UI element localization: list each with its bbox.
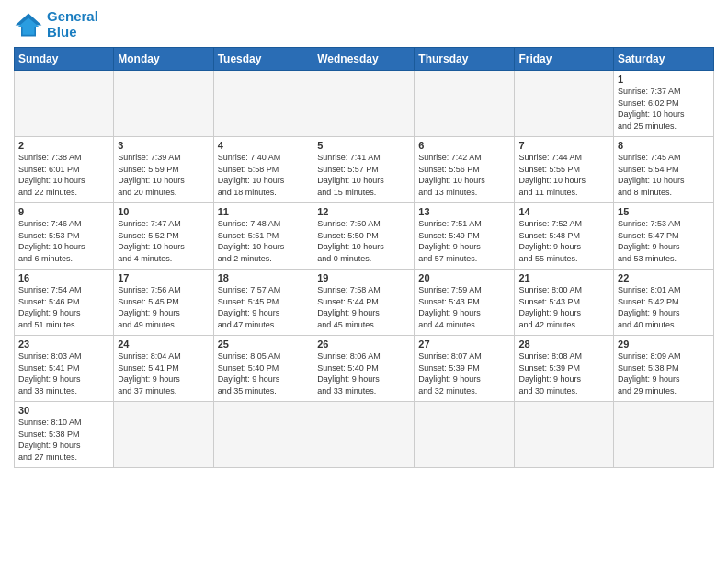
day-number: 26 <box>317 339 410 350</box>
table-row: 11Sunrise: 7:48 AM Sunset: 5:51 PM Dayli… <box>213 203 313 270</box>
logo: General Blue <box>14 9 98 40</box>
day-info: Sunrise: 8:04 AM Sunset: 5:41 PM Dayligh… <box>118 350 209 396</box>
col-thursday: Thursday <box>415 48 515 71</box>
table-row: 5Sunrise: 7:41 AM Sunset: 5:57 PM Daylig… <box>313 137 415 203</box>
table-row: 8Sunrise: 7:45 AM Sunset: 5:54 PM Daylig… <box>614 137 714 203</box>
calendar-row: 1Sunrise: 7:37 AM Sunset: 6:02 PM Daylig… <box>15 71 714 137</box>
col-tuesday: Tuesday <box>213 48 313 71</box>
day-info: Sunrise: 8:10 AM Sunset: 5:38 PM Dayligh… <box>18 417 109 463</box>
table-row: 2Sunrise: 7:38 AM Sunset: 6:01 PM Daylig… <box>15 137 114 203</box>
day-info: Sunrise: 7:39 AM Sunset: 5:59 PM Dayligh… <box>118 152 209 198</box>
day-number: 1 <box>618 74 710 85</box>
table-row <box>515 402 614 468</box>
day-number: 11 <box>218 206 310 217</box>
table-row: 10Sunrise: 7:47 AM Sunset: 5:52 PM Dayli… <box>114 203 213 270</box>
day-number: 4 <box>218 140 310 151</box>
day-number: 12 <box>317 206 410 217</box>
day-info: Sunrise: 7:51 AM Sunset: 5:49 PM Dayligh… <box>418 218 510 264</box>
day-number: 24 <box>118 339 209 350</box>
day-info: Sunrise: 8:08 AM Sunset: 5:39 PM Dayligh… <box>518 350 609 396</box>
day-number: 20 <box>418 272 510 283</box>
day-number: 16 <box>18 272 109 283</box>
day-number: 8 <box>618 140 710 151</box>
day-number: 14 <box>518 206 609 217</box>
day-number: 7 <box>518 140 609 151</box>
day-number: 6 <box>418 140 510 151</box>
day-number: 25 <box>218 339 310 350</box>
day-number: 29 <box>618 339 710 350</box>
table-row: 24Sunrise: 8:04 AM Sunset: 5:41 PM Dayli… <box>114 336 213 402</box>
day-number: 22 <box>618 272 710 283</box>
table-row <box>15 71 114 137</box>
logo-icon <box>14 12 43 38</box>
table-row: 18Sunrise: 7:57 AM Sunset: 5:45 PM Dayli… <box>213 270 313 336</box>
table-row: 25Sunrise: 8:05 AM Sunset: 5:40 PM Dayli… <box>213 336 313 402</box>
table-row <box>515 71 614 137</box>
day-info: Sunrise: 7:42 AM Sunset: 5:56 PM Dayligh… <box>418 152 510 198</box>
day-info: Sunrise: 7:48 AM Sunset: 5:51 PM Dayligh… <box>218 218 310 264</box>
table-row: 15Sunrise: 7:53 AM Sunset: 5:47 PM Dayli… <box>614 203 714 270</box>
table-row: 12Sunrise: 7:50 AM Sunset: 5:50 PM Dayli… <box>313 203 415 270</box>
day-info: Sunrise: 8:03 AM Sunset: 5:41 PM Dayligh… <box>18 350 109 396</box>
day-number: 27 <box>418 339 510 350</box>
table-row: 23Sunrise: 8:03 AM Sunset: 5:41 PM Dayli… <box>15 336 114 402</box>
day-number: 28 <box>518 339 609 350</box>
col-saturday: Saturday <box>614 48 714 71</box>
col-wednesday: Wednesday <box>313 48 415 71</box>
day-info: Sunrise: 7:56 AM Sunset: 5:45 PM Dayligh… <box>118 284 209 330</box>
day-info: Sunrise: 7:38 AM Sunset: 6:01 PM Dayligh… <box>18 152 109 198</box>
table-row: 27Sunrise: 8:07 AM Sunset: 5:39 PM Dayli… <box>415 336 515 402</box>
day-number: 10 <box>118 206 209 217</box>
day-info: Sunrise: 7:57 AM Sunset: 5:45 PM Dayligh… <box>218 284 310 330</box>
table-row: 20Sunrise: 7:59 AM Sunset: 5:43 PM Dayli… <box>415 270 515 336</box>
day-info: Sunrise: 7:53 AM Sunset: 5:47 PM Dayligh… <box>618 218 710 264</box>
table-row <box>114 71 213 137</box>
day-info: Sunrise: 7:59 AM Sunset: 5:43 PM Dayligh… <box>418 284 510 330</box>
day-info: Sunrise: 8:01 AM Sunset: 5:42 PM Dayligh… <box>618 284 710 330</box>
day-info: Sunrise: 8:07 AM Sunset: 5:39 PM Dayligh… <box>418 350 510 396</box>
calendar-header-row: Sunday Monday Tuesday Wednesday Thursday… <box>15 48 714 71</box>
page: General Blue Sunday Monday Tuesday Wedne… <box>0 0 728 563</box>
table-row: 30Sunrise: 8:10 AM Sunset: 5:38 PM Dayli… <box>15 402 114 468</box>
table-row: 19Sunrise: 7:58 AM Sunset: 5:44 PM Dayli… <box>313 270 415 336</box>
table-row: 22Sunrise: 8:01 AM Sunset: 5:42 PM Dayli… <box>614 270 714 336</box>
day-info: Sunrise: 7:47 AM Sunset: 5:52 PM Dayligh… <box>118 218 209 264</box>
day-number: 3 <box>118 140 209 151</box>
day-number: 13 <box>418 206 510 217</box>
day-info: Sunrise: 7:40 AM Sunset: 5:58 PM Dayligh… <box>218 152 310 198</box>
calendar-row: 16Sunrise: 7:54 AM Sunset: 5:46 PM Dayli… <box>15 270 714 336</box>
table-row: 4Sunrise: 7:40 AM Sunset: 5:58 PM Daylig… <box>213 137 313 203</box>
day-number: 30 <box>18 405 109 416</box>
day-number: 17 <box>118 272 209 283</box>
table-row <box>313 402 415 468</box>
table-row <box>415 402 515 468</box>
table-row <box>415 71 515 137</box>
day-info: Sunrise: 8:06 AM Sunset: 5:40 PM Dayligh… <box>317 350 410 396</box>
calendar-row: 30Sunrise: 8:10 AM Sunset: 5:38 PM Dayli… <box>15 402 714 468</box>
table-row: 3Sunrise: 7:39 AM Sunset: 5:59 PM Daylig… <box>114 137 213 203</box>
day-number: 19 <box>317 272 410 283</box>
calendar-row: 23Sunrise: 8:03 AM Sunset: 5:41 PM Dayli… <box>15 336 714 402</box>
table-row <box>614 402 714 468</box>
table-row: 7Sunrise: 7:44 AM Sunset: 5:55 PM Daylig… <box>515 137 614 203</box>
day-number: 15 <box>618 206 710 217</box>
table-row: 16Sunrise: 7:54 AM Sunset: 5:46 PM Dayli… <box>15 270 114 336</box>
table-row: 21Sunrise: 8:00 AM Sunset: 5:43 PM Dayli… <box>515 270 614 336</box>
table-row: 1Sunrise: 7:37 AM Sunset: 6:02 PM Daylig… <box>614 71 714 137</box>
col-sunday: Sunday <box>15 48 114 71</box>
calendar-row: 9Sunrise: 7:46 AM Sunset: 5:53 PM Daylig… <box>15 203 714 270</box>
day-number: 9 <box>18 206 109 217</box>
table-row <box>213 402 313 468</box>
day-info: Sunrise: 7:44 AM Sunset: 5:55 PM Dayligh… <box>518 152 609 198</box>
day-number: 2 <box>18 140 109 151</box>
day-info: Sunrise: 8:09 AM Sunset: 5:38 PM Dayligh… <box>618 350 710 396</box>
day-info: Sunrise: 8:00 AM Sunset: 5:43 PM Dayligh… <box>518 284 609 330</box>
day-info: Sunrise: 7:46 AM Sunset: 5:53 PM Dayligh… <box>18 218 109 264</box>
col-monday: Monday <box>114 48 213 71</box>
table-row: 26Sunrise: 8:06 AM Sunset: 5:40 PM Dayli… <box>313 336 415 402</box>
header: General Blue <box>14 9 714 40</box>
logo-text: General Blue <box>47 9 98 40</box>
day-info: Sunrise: 7:37 AM Sunset: 6:02 PM Dayligh… <box>618 86 710 132</box>
table-row <box>213 71 313 137</box>
col-friday: Friday <box>515 48 614 71</box>
